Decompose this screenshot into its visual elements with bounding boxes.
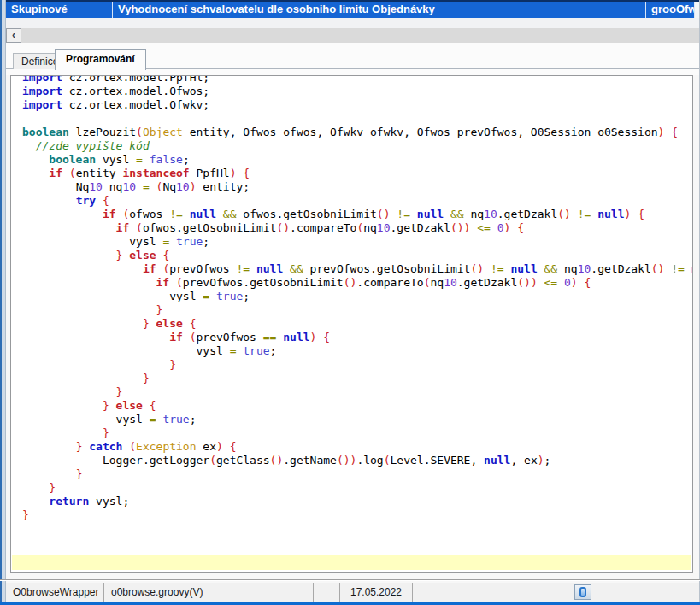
current-line-highlight <box>12 555 691 570</box>
code-line: } else { <box>22 249 692 262</box>
scroll-left-button[interactable]: ‹ <box>6 28 21 43</box>
horizontal-scrollbar[interactable]: ‹ <box>6 28 699 43</box>
record-id-cell: grooOfwosLimitObj <box>645 2 695 18</box>
code-line: } <box>22 372 692 385</box>
code-editor[interactable]: import cz.ortex.model.PpfHl;import cz.or… <box>10 75 693 573</box>
code-line: } <box>22 467 692 481</box>
code-line: return vysl; <box>22 495 692 508</box>
code-line: if (prevOfwos != null && prevOfwos.getOs… <box>22 262 692 276</box>
statusbar-divider <box>0 579 700 581</box>
record-title-cell: Vyhodnocení schvalovatelu dle osobniho l… <box>112 2 645 18</box>
code-line: vysl = true; <box>22 413 692 426</box>
code-line: import cz.ortex.model.PpfHl; <box>22 75 692 85</box>
code-line: if (ofwos != null && ofwos.getOsobniLimi… <box>22 208 692 221</box>
code-line: if (entity instanceof PpfHl) { <box>22 167 692 180</box>
status-cell-right <box>632 583 699 602</box>
code-line: try { <box>22 194 692 208</box>
code-line: } catch (Exception ex) { <box>22 440 692 454</box>
tab-programovani[interactable]: Programování <box>55 49 146 70</box>
code-line: boolean vysl = false; <box>22 153 692 167</box>
record-row[interactable]: Skupinové Vyhodnocení schvalovatelu dle … <box>6 0 699 18</box>
window-left-border <box>0 0 6 605</box>
code-line: } <box>22 385 692 399</box>
status-cell-wrapper-class: O0browseWrapper <box>6 583 104 602</box>
status-cell-script-name: o0browse.groovy(V) <box>104 583 314 602</box>
code-line: vysl = true; <box>22 235 692 249</box>
code-line: import cz.ortex.model.Ofwkv; <box>22 98 692 112</box>
code-line: //zde vypište kód <box>22 139 692 153</box>
code-line: if (prevOfwos == null) { <box>22 331 692 344</box>
code-line: if (prevOfwos.getOsobniLimit().compareTo… <box>22 276 692 290</box>
code-line: vysl = true; <box>22 344 692 358</box>
status-cell-icon-area <box>413 583 632 602</box>
code-area: import cz.ortex.model.PpfHl;import cz.or… <box>11 75 692 522</box>
status-cell-empty <box>314 583 340 602</box>
table-gap <box>6 18 699 28</box>
o0-icon <box>579 587 586 597</box>
code-line: } <box>22 481 692 495</box>
code-line: } <box>22 303 692 317</box>
code-line: vysl = true; <box>22 290 692 303</box>
o0-app-button[interactable] <box>574 584 591 600</box>
code-line: Logger.getLogger(getClass().getName()).l… <box>22 454 692 467</box>
code-line: } else { <box>22 399 692 413</box>
code-line: import cz.ortex.model.Ofwos; <box>22 85 692 98</box>
record-row-end <box>695 2 699 18</box>
code-line: } <box>22 508 692 522</box>
record-group-cell: Skupinové <box>6 2 112 18</box>
code-line: Nq10 nq10 = (Nq10) entity; <box>22 180 692 194</box>
tab-definice-label: Definice <box>21 56 58 68</box>
code-line: boolean lzePouzit(Object entity, Ofwos o… <box>22 126 692 139</box>
status-bar: O0browseWrapper o0browse.groovy(V) 17.05… <box>6 583 699 602</box>
code-line <box>22 112 692 126</box>
chevron-left-icon: ‹ <box>12 29 15 41</box>
window: Skupinové Vyhodnocení schvalovatelu dle … <box>0 0 700 605</box>
tab-programovani-label: Programování <box>66 53 135 65</box>
code-line: } <box>22 358 692 372</box>
code-line: } <box>22 426 692 440</box>
code-line: } else { <box>22 317 692 331</box>
code-line: if (ofwos.getOsobniLimit().compareTo(nq1… <box>22 221 692 235</box>
status-cell-date: 17.05.2022 <box>340 583 413 602</box>
scrollbar-track[interactable] <box>21 28 699 43</box>
